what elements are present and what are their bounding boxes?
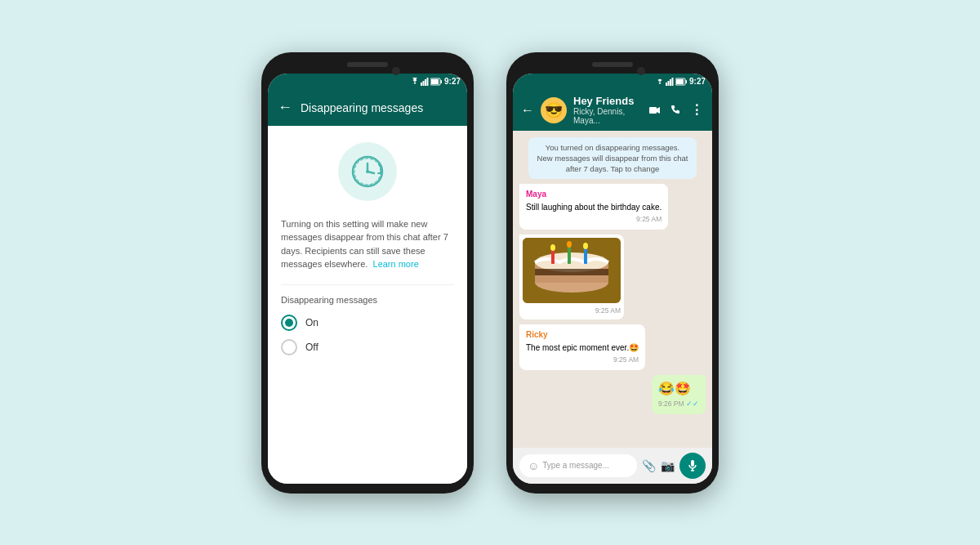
message-time-cake: 9:25 AM — [523, 306, 621, 316]
status-bar-right: 9:27 — [513, 74, 712, 90]
wifi-icon — [411, 78, 419, 86]
svg-point-27 — [550, 244, 555, 251]
back-button-right[interactable]: ← — [521, 103, 534, 118]
chat-members: Ricky, Dennis, Maya... — [573, 107, 643, 125]
radio-off-label: Off — [305, 342, 318, 353]
message-time-maya-text: 9:25 AM — [526, 215, 662, 225]
svg-rect-0 — [421, 83, 422, 86]
right-phone-screen: 9:27 ← 😎 Hey Friends Ricky, Dennis, Maya… — [513, 74, 712, 484]
chat-message-list: You turned on disappearing messages. New… — [513, 131, 712, 448]
message-cake-image: 9:25 AM — [519, 235, 624, 319]
cake-photo — [523, 238, 621, 303]
message-text-ricky: The most epic moment ever.🤩 — [526, 342, 639, 354]
phone-camera-right — [637, 67, 645, 75]
status-bar-left: 9:27 — [268, 74, 467, 90]
phone-speaker — [347, 62, 388, 67]
radio-off-option[interactable]: Off — [281, 339, 454, 355]
svg-rect-3 — [426, 78, 428, 86]
svg-rect-5 — [440, 80, 442, 83]
svg-rect-15 — [671, 78, 673, 86]
chat-app-bar: ← 😎 Hey Friends Ricky, Dennis, Maya... ⋮ — [513, 90, 712, 131]
svg-rect-12 — [666, 83, 667, 86]
message-emoji-text: 😂🤩 — [658, 380, 699, 398]
svg-rect-26 — [551, 249, 555, 264]
chat-group-name[interactable]: Hey Friends — [573, 95, 643, 107]
svg-marker-20 — [657, 107, 660, 114]
attach-icon[interactable]: 📎 — [642, 459, 656, 472]
camera-icon[interactable]: 📷 — [661, 459, 675, 472]
disappearing-icon-circle — [338, 142, 397, 201]
system-notification[interactable]: You turned on disappearing messages. New… — [528, 137, 696, 180]
phone-camera — [392, 67, 400, 75]
message-check-icon: ✓✓ — [686, 400, 699, 408]
radio-on-button[interactable] — [281, 315, 297, 331]
section-label: Disappearing messages — [281, 284, 454, 305]
mic-button[interactable] — [679, 453, 706, 479]
message-time-sent: 9:26 PM ✓✓ — [658, 400, 699, 409]
svg-rect-6 — [431, 79, 439, 84]
status-time-right: 9:27 — [689, 77, 706, 86]
description-text: Turning on this setting will make new me… — [281, 217, 454, 271]
phone-call-icon[interactable] — [670, 104, 680, 117]
message-input-field[interactable]: ☺ Type a message... — [519, 454, 637, 477]
svg-point-29 — [567, 241, 572, 248]
status-time-left: 9:27 — [444, 77, 461, 86]
video-call-icon[interactable] — [649, 104, 661, 117]
back-button-left[interactable]: ← — [278, 99, 292, 116]
svg-rect-2 — [425, 79, 426, 86]
message-ricky-text: Ricky The most epic moment ever.🤩 9:25 A… — [519, 324, 645, 370]
svg-rect-28 — [568, 246, 571, 264]
message-text-maya: Still laughing about the birthday cake. — [526, 202, 662, 213]
clock-icon — [351, 155, 384, 188]
svg-rect-17 — [685, 80, 687, 83]
svg-point-31 — [583, 243, 588, 249]
wifi-icon-right — [656, 78, 664, 86]
radio-off-button[interactable] — [281, 339, 297, 355]
radio-on-label: On — [305, 317, 318, 328]
mic-icon — [688, 460, 697, 471]
sender-name-maya: Maya — [526, 189, 662, 200]
svg-rect-14 — [670, 79, 671, 86]
signal-icon — [421, 78, 429, 86]
radio-on-option[interactable]: On — [281, 315, 454, 331]
more-options-icon[interactable]: ⋮ — [690, 102, 704, 118]
left-phone-screen: 9:27 ← Disappearing messages — [268, 74, 467, 484]
input-placeholder: Type a message... — [542, 461, 629, 470]
message-sent-emoji: 😂🤩 9:26 PM ✓✓ — [652, 375, 706, 414]
screen-title-left: Disappearing messages — [301, 101, 457, 114]
battery-icon — [430, 78, 442, 86]
signal-icon-right — [666, 78, 674, 86]
svg-rect-19 — [649, 107, 657, 114]
left-phone: 9:27 ← Disappearing messages — [261, 52, 474, 494]
status-icons-right — [656, 78, 687, 86]
message-maya-text: Maya Still laughing about the birthday c… — [519, 184, 668, 230]
emoji-button[interactable]: ☺ — [528, 459, 539, 472]
svg-rect-25 — [535, 269, 608, 275]
radio-on-indicator — [285, 319, 293, 327]
sender-name-ricky: Ricky — [526, 329, 639, 341]
svg-rect-1 — [422, 81, 424, 86]
message-time-ricky: 9:25 AM — [526, 355, 639, 365]
svg-rect-32 — [691, 460, 694, 467]
chat-input-bar: ☺ Type a message... 📎 📷 — [513, 448, 712, 484]
learn-more-link[interactable]: Learn more — [373, 259, 419, 269]
group-avatar: 😎 — [541, 97, 567, 123]
svg-rect-30 — [584, 248, 587, 264]
chat-title-area: Hey Friends Ricky, Dennis, Maya... — [573, 95, 643, 125]
input-action-buttons: 📎 📷 — [642, 459, 675, 472]
chat-action-buttons: ⋮ — [649, 102, 704, 118]
left-app-bar: ← Disappearing messages — [268, 90, 467, 126]
cake-svg — [523, 238, 621, 303]
left-screen-content: Turning on this setting will make new me… — [268, 126, 467, 484]
svg-rect-18 — [676, 79, 684, 84]
phone-speaker-right — [592, 62, 633, 67]
right-phone: 9:27 ← 😎 Hey Friends Ricky, Dennis, Maya… — [506, 52, 719, 494]
status-icons — [411, 78, 442, 86]
battery-icon-right — [675, 78, 687, 86]
svg-rect-13 — [667, 81, 669, 86]
svg-point-11 — [366, 170, 369, 173]
